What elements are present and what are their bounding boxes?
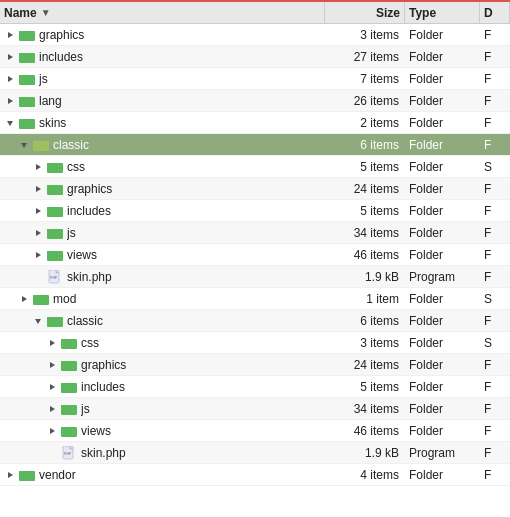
folder-icon <box>33 292 49 306</box>
cell-date: F <box>480 112 510 133</box>
expand-toggle[interactable] <box>32 183 44 195</box>
collapse-toggle[interactable] <box>4 117 16 129</box>
cell-size: 5 items <box>325 200 405 221</box>
svg-marker-24 <box>36 208 41 214</box>
expand-toggle[interactable] <box>46 359 58 371</box>
folder-icon <box>19 28 35 42</box>
folder-icon <box>61 402 77 416</box>
table-row[interactable]: lang26 itemsFolderF <box>0 90 510 112</box>
expand-toggle[interactable] <box>46 381 58 393</box>
svg-marker-58 <box>8 472 13 478</box>
table-row[interactable]: skins2 itemsFolderF <box>0 112 510 134</box>
table-row[interactable]: graphics3 itemsFolderF <box>0 24 510 46</box>
expand-toggle[interactable] <box>4 95 16 107</box>
row-filename: mod <box>53 292 76 306</box>
expand-toggle[interactable] <box>18 293 30 305</box>
expand-toggle[interactable] <box>46 425 58 437</box>
cell-size: 1.9 kB <box>325 442 405 463</box>
expand-toggle[interactable] <box>32 249 44 261</box>
cell-name: includes <box>0 46 325 67</box>
table-row[interactable]: css3 itemsFolderS <box>0 332 510 354</box>
cell-name: css <box>0 156 325 177</box>
table-row[interactable]: includes5 itemsFolderF <box>0 200 510 222</box>
row-filename: skin.php <box>81 446 126 460</box>
expand-toggle[interactable] <box>32 161 44 173</box>
cell-type: Folder <box>405 376 480 397</box>
cell-type: Folder <box>405 46 480 67</box>
table-row[interactable]: mod1 itemFolderS <box>0 288 510 310</box>
expand-toggle[interactable] <box>46 337 58 349</box>
cell-type: Folder <box>405 134 480 155</box>
folder-icon <box>61 358 77 372</box>
cell-size: 4 items <box>325 464 405 485</box>
collapse-toggle[interactable] <box>32 315 44 327</box>
expand-toggle[interactable] <box>32 227 44 239</box>
folder-icon <box>47 204 63 218</box>
cell-name: skins <box>0 112 325 133</box>
cell-name: js <box>0 222 325 243</box>
table-row[interactable]: css5 itemsFolderS <box>0 156 510 178</box>
cell-size: 3 items <box>325 332 405 353</box>
table-row[interactable]: js34 itemsFolderF <box>0 398 510 420</box>
cell-name: graphics <box>0 24 325 45</box>
cell-size: 6 items <box>325 134 405 155</box>
svg-marker-15 <box>21 143 27 148</box>
table-row[interactable]: vendor4 itemsFolderF <box>0 464 510 486</box>
cell-date: F <box>480 134 510 155</box>
table-row[interactable]: includes5 itemsFolderF <box>0 376 510 398</box>
cell-type: Folder <box>405 156 480 177</box>
folder-icon <box>47 226 63 240</box>
table-row[interactable]: classic6 itemsFolderF <box>0 310 510 332</box>
expand-toggle[interactable] <box>4 469 16 481</box>
header-date[interactable]: D <box>480 2 510 23</box>
cell-type: Folder <box>405 222 480 243</box>
table-row[interactable]: PHP skin.php1.9 kBProgramF <box>0 442 510 464</box>
cell-type: Folder <box>405 310 480 331</box>
table-row[interactable]: views46 itemsFolderF <box>0 244 510 266</box>
table-row[interactable]: includes27 itemsFolderF <box>0 46 510 68</box>
expand-toggle[interactable] <box>4 51 16 63</box>
svg-marker-53 <box>50 428 55 434</box>
table-row[interactable]: graphics24 itemsFolderF <box>0 178 510 200</box>
table-row[interactable]: classic6 itemsFolderF <box>0 134 510 156</box>
file-icon: PHP <box>47 270 63 284</box>
table-row[interactable]: js34 itemsFolderF <box>0 222 510 244</box>
table-row[interactable]: views46 itemsFolderF <box>0 420 510 442</box>
cell-name: includes <box>0 200 325 221</box>
svg-marker-38 <box>35 319 41 324</box>
svg-text:PHP: PHP <box>64 451 72 456</box>
cell-type: Folder <box>405 112 480 133</box>
cell-date: S <box>480 288 510 309</box>
folder-icon <box>19 94 35 108</box>
svg-marker-27 <box>36 230 41 236</box>
expand-toggle[interactable] <box>32 205 44 217</box>
cell-size: 6 items <box>325 310 405 331</box>
expand-toggle[interactable] <box>4 73 16 85</box>
row-filename: includes <box>67 204 111 218</box>
table-row[interactable]: js7 itemsFolderF <box>0 68 510 90</box>
svg-marker-6 <box>8 76 13 82</box>
header-name[interactable]: Name ▼ <box>0 2 325 23</box>
row-filename: css <box>81 336 99 350</box>
svg-marker-50 <box>50 406 55 412</box>
cell-date: F <box>480 244 510 265</box>
expand-toggle[interactable] <box>4 29 16 41</box>
collapse-toggle[interactable] <box>18 139 30 151</box>
folder-icon <box>19 72 35 86</box>
cell-size: 24 items <box>325 354 405 375</box>
expand-toggle[interactable] <box>46 403 58 415</box>
cell-name: PHP skin.php <box>0 442 325 463</box>
table-row[interactable]: PHP skin.php1.9 kBProgramF <box>0 266 510 288</box>
table-row[interactable]: graphics24 itemsFolderF <box>0 354 510 376</box>
cell-name: graphics <box>0 354 325 375</box>
cell-size: 26 items <box>325 90 405 111</box>
cell-size: 5 items <box>325 376 405 397</box>
row-filename: classic <box>67 314 103 328</box>
no-toggle <box>32 271 44 283</box>
cell-size: 46 items <box>325 244 405 265</box>
header-type[interactable]: Type <box>405 2 480 23</box>
folder-icon <box>47 160 63 174</box>
row-filename: views <box>81 424 111 438</box>
cell-name: views <box>0 244 325 265</box>
header-size[interactable]: Size <box>325 2 405 23</box>
